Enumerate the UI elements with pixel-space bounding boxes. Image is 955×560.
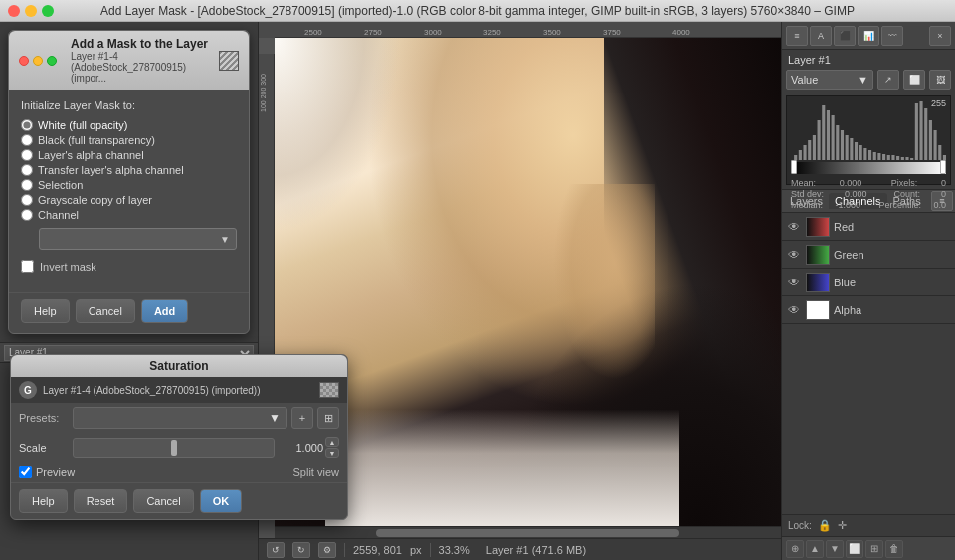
ruler-left-marks: 100 200 300 [260, 74, 267, 112]
add-button[interactable]: Add [141, 299, 188, 323]
scrollbar-horizontal[interactable] [275, 526, 781, 538]
saturation-cancel-btn[interactable]: Cancel [133, 489, 193, 513]
layer-thumbnail [219, 51, 239, 71]
blend-icon-2[interactable]: ⬜ [903, 70, 925, 90]
dialog-window-controls [19, 56, 57, 66]
saturation-scale-row: Scale 1.000 ▲ ▼ [11, 433, 347, 462]
new-channel-btn[interactable]: ⬜ [846, 540, 863, 558]
svg-rect-7 [827, 110, 830, 160]
ruler-mark-4000: 4000 [672, 28, 690, 37]
curve-icon-btn[interactable]: 〰 [881, 26, 903, 46]
svg-rect-17 [873, 152, 876, 160]
radio-black[interactable]: Black (full transparency) [21, 134, 237, 146]
scale-slider[interactable] [73, 438, 275, 458]
channel-name-blue: Blue [834, 277, 951, 288]
split-view-label[interactable]: Split view [293, 467, 339, 478]
cancel-button[interactable]: Cancel [76, 299, 135, 323]
saturation-checker-thumb [319, 382, 339, 398]
window-close-icon-btn[interactable]: × [929, 26, 951, 46]
brush-icon-btn[interactable]: ⬛ [834, 26, 856, 46]
eye-icon-red[interactable]: 👁 [786, 220, 802, 234]
histo-stddev-row: Std dev: 0.000 Count: 0 [791, 189, 946, 199]
add-preset-btn[interactable]: + [291, 407, 313, 429]
radio-transfer-alpha[interactable]: Transfer layer's alpha channel [21, 164, 237, 176]
histogram-icon-btn[interactable]: 📊 [858, 26, 879, 46]
pixels-label: Pixels: [891, 178, 918, 188]
text-icon-btn[interactable]: A [810, 26, 832, 46]
layers-icon-btn[interactable]: ≡ [786, 26, 808, 46]
photo-shirt [325, 380, 679, 526]
preview-label: Preview [36, 467, 75, 478]
radio-channel[interactable]: Channel [21, 209, 237, 221]
blend-mode-dropdown[interactable]: Value ▼ [786, 70, 873, 90]
saturation-ok-btn[interactable]: OK [200, 489, 243, 513]
lock-pixels-icon[interactable]: 🔒 [818, 519, 832, 532]
tool-options-btn[interactable]: ⚙ [318, 542, 336, 558]
blend-icon-1[interactable]: ↗ [877, 70, 899, 90]
channel-row-alpha[interactable]: 👁 Alpha [782, 296, 955, 324]
dialog-close-btn[interactable] [19, 56, 29, 66]
unit-label: px [410, 544, 422, 556]
saturation-reset-btn[interactable]: Reset [74, 489, 128, 513]
invert-mask-row: Invert mask [21, 260, 237, 273]
channel-row-red[interactable]: 👁 Red [782, 213, 955, 241]
eye-icon-green[interactable]: 👁 [786, 248, 802, 262]
radio-grayscale[interactable]: Grayscale copy of layer [21, 194, 237, 206]
dialog-max-btn[interactable] [47, 56, 57, 66]
chevron-down-icon: ▼ [220, 234, 230, 245]
channel-to-selection-btn[interactable]: ⊕ [786, 540, 804, 558]
redo-btn[interactable]: ↻ [292, 542, 310, 558]
svg-rect-25 [910, 158, 913, 160]
saturation-preview-row: Preview Split view [11, 462, 347, 482]
svg-rect-11 [846, 135, 849, 160]
photo-bg-light [275, 38, 401, 233]
histogram-thumb-left[interactable] [791, 160, 797, 174]
histogram-thumb-right[interactable] [940, 160, 946, 174]
saturation-layer-name: Layer #1-4 (AdobeStock_278700915) (impor… [43, 385, 313, 396]
lock-row: Lock: 🔒 ✛ [782, 514, 955, 536]
scale-thumb[interactable] [171, 440, 177, 456]
scrollbar-thumb[interactable] [376, 529, 679, 537]
minimize-btn[interactable] [25, 5, 37, 17]
preview-checkbox[interactable] [19, 466, 32, 478]
svg-rect-10 [841, 130, 844, 160]
saturation-layer-bar: G Layer #1-4 (AdobeStock_278700915) (imp… [11, 377, 347, 403]
presets-dropdown[interactable]: ▼ [73, 407, 287, 429]
help-button[interactable]: Help [21, 299, 70, 323]
close-btn[interactable] [8, 5, 20, 17]
histogram-canvas [791, 100, 946, 160]
dialog-title: Add a Mask to the Layer [71, 37, 211, 51]
svg-rect-9 [836, 125, 839, 160]
saturation-help-btn[interactable]: Help [19, 489, 68, 513]
manage-presets-btn[interactable]: ⊞ [317, 407, 339, 429]
photo-arm [553, 184, 655, 379]
lock-position-icon[interactable]: ✛ [838, 519, 847, 532]
move-layer-down-btn[interactable]: ▼ [826, 540, 844, 558]
eye-icon-alpha[interactable]: 👁 [786, 303, 802, 317]
gimp-logo: G [19, 381, 37, 399]
radio-white[interactable]: White (full opacity) [21, 119, 237, 131]
scale-decrement-btn[interactable]: ▼ [325, 448, 339, 458]
channel-dropdown-box[interactable]: ▼ [39, 228, 237, 250]
delete-channel-btn[interactable]: 🗑 [885, 540, 903, 558]
histogram-slider[interactable] [791, 162, 946, 174]
maximize-btn[interactable] [42, 5, 54, 17]
photo-canvas[interactable] [275, 38, 781, 526]
add-layer-mask-dialog: Add a Mask to the Layer Layer #1-4 (Adob… [8, 30, 250, 334]
scale-increment-btn[interactable]: ▲ [325, 437, 339, 447]
channel-row-blue[interactable]: 👁 Blue [782, 269, 955, 296]
duplicate-channel-btn[interactable]: ⊞ [865, 540, 883, 558]
dialog-min-btn[interactable] [33, 56, 43, 66]
channel-row-green[interactable]: 👁 Green [782, 241, 955, 269]
radio-selection[interactable]: Selection [21, 179, 237, 191]
svg-rect-5 [818, 120, 821, 160]
move-layer-up-btn[interactable]: ▲ [806, 540, 824, 558]
channel-dropdown[interactable]: ▼ [39, 228, 237, 250]
radio-layer-alpha[interactable]: Layer's alpha channel [21, 149, 237, 161]
undo-btn[interactable]: ↺ [267, 542, 285, 558]
eye-icon-blue[interactable]: 👁 [786, 276, 802, 289]
blend-icon-3[interactable]: 🖼 [929, 70, 951, 90]
svg-rect-15 [863, 148, 866, 160]
invert-mask-checkbox[interactable] [21, 260, 34, 273]
lock-label: Lock: [788, 520, 812, 531]
